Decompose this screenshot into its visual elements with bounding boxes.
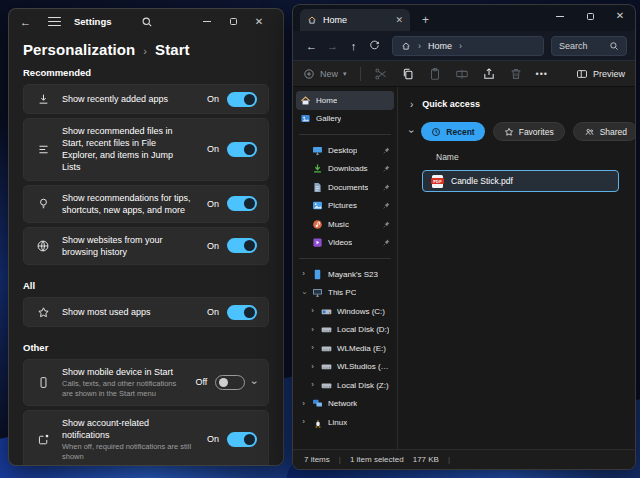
chevron-right-icon[interactable]: ›: [309, 326, 316, 334]
breadcrumb-parent[interactable]: Personalization: [23, 41, 135, 58]
home-icon: [401, 41, 411, 51]
gallery-icon: [300, 113, 311, 124]
toggle-switch[interactable]: [227, 305, 257, 320]
toggle-switch[interactable]: [215, 375, 245, 390]
close-button[interactable]: ✕: [605, 5, 635, 27]
preview-button[interactable]: Preview: [576, 68, 625, 80]
toggle-state-label: On: [207, 94, 219, 104]
search-input[interactable]: [559, 41, 605, 51]
filter-pill-favorites[interactable]: Favorites: [493, 122, 565, 141]
sidebar-item-drive-d[interactable]: › Local Disk (D:): [296, 321, 394, 340]
toggle-state-label: Off: [195, 377, 207, 387]
status-selected-count: 1 item selected: [350, 455, 404, 464]
setting-row-most-used[interactable]: Show most used apps On: [23, 297, 269, 327]
filter-pill-shared[interactable]: Shared: [573, 122, 636, 141]
tab-close-icon[interactable]: ✕: [395, 15, 403, 25]
minimize-button[interactable]: [545, 5, 575, 27]
sidebar-item-this-pc[interactable]: › This PC: [296, 284, 394, 303]
chevron-right-icon[interactable]: ›: [309, 363, 316, 371]
sidebar-item-music[interactable]: Music: [296, 215, 394, 234]
sidebar-item-network[interactable]: › Network: [296, 395, 394, 414]
column-header-name[interactable]: Name: [436, 152, 623, 162]
forward-icon[interactable]: →: [322, 40, 343, 52]
chevron-right-icon[interactable]: ›: [300, 270, 307, 278]
section-label-recommended: Recommended: [23, 67, 269, 78]
star-icon: [35, 304, 51, 320]
setting-row-browsing-history[interactable]: Show websites from your browsing history…: [23, 227, 269, 265]
rename-icon[interactable]: [455, 67, 469, 81]
hamburger-menu-icon[interactable]: [48, 17, 61, 26]
tab-home[interactable]: Home ✕: [300, 9, 410, 31]
close-button[interactable]: ✕: [246, 11, 272, 33]
explorer-tab-bar: Home ✕ + ✕: [293, 5, 635, 31]
cut-icon[interactable]: [374, 67, 388, 81]
toggle-switch[interactable]: [227, 142, 257, 157]
sidebar-item-desktop[interactable]: Desktop: [296, 141, 394, 160]
more-options-button[interactable]: •••: [536, 69, 548, 79]
explorer-nav-bar: ← → ↑ › Home ›: [293, 31, 635, 60]
pin-icon: [383, 184, 390, 191]
delete-icon[interactable]: [509, 67, 523, 81]
filter-pill-recent[interactable]: Recent: [421, 122, 484, 141]
back-icon[interactable]: ←: [301, 40, 322, 52]
sidebar-item-documents[interactable]: Documents: [296, 178, 394, 197]
sidebar-item-linux[interactable]: › Linux: [296, 413, 394, 432]
pin-icon: [383, 239, 390, 246]
chevron-right-icon[interactable]: ›: [410, 99, 413, 110]
breadcrumb-home[interactable]: Home: [428, 41, 452, 51]
refresh-icon[interactable]: [364, 40, 385, 51]
drive-icon: [321, 380, 332, 391]
documents-icon: [312, 182, 323, 193]
chevron-expanded-icon[interactable]: ›: [406, 130, 417, 133]
sidebar-item-drive-f[interactable]: › WLStudios (F:): [296, 358, 394, 377]
sidebar-item-pictures[interactable]: Pictures: [296, 197, 394, 216]
file-name: Candle Stick.pdf: [451, 176, 513, 186]
paste-icon[interactable]: [428, 67, 442, 81]
sidebar-divider: [299, 134, 391, 135]
up-icon[interactable]: ↑: [343, 40, 364, 52]
chevron-right-icon[interactable]: ›: [309, 344, 316, 352]
chevron-right-icon[interactable]: ›: [309, 307, 316, 315]
toggle-switch[interactable]: [227, 432, 257, 447]
new-tab-button[interactable]: +: [422, 14, 429, 26]
maximize-button[interactable]: [575, 5, 605, 27]
copy-icon[interactable]: [401, 67, 415, 81]
toggle-state-label: On: [207, 434, 219, 444]
sidebar-item-drive-z[interactable]: › Local Disk (Z:): [296, 376, 394, 395]
explorer-toolbar: New ▾ ••• Preview: [293, 60, 635, 87]
setting-title: Show most used apps: [62, 306, 194, 318]
chevron-right-icon[interactable]: ›: [300, 400, 307, 408]
search-icon[interactable]: [141, 16, 153, 28]
maximize-button[interactable]: [220, 11, 246, 33]
chevron-expanded-icon[interactable]: ›: [300, 289, 308, 296]
network-icon: [312, 398, 323, 409]
new-button[interactable]: New ▾: [303, 68, 347, 80]
file-row-selected[interactable]: PDF Candle Stick.pdf: [422, 170, 619, 192]
sidebar-item-gallery[interactable]: Gallery: [296, 110, 394, 129]
search-box[interactable]: [551, 36, 627, 56]
sidebar-item-drive-e[interactable]: › WLMedia (E:): [296, 339, 394, 358]
setting-row-account-notifications[interactable]: Show account-related notifications When …: [23, 410, 269, 466]
setting-row-tips-recommendations[interactable]: Show recommendations for tips, shortcuts…: [23, 185, 269, 223]
sidebar-item-phone[interactable]: › Mayank's S23: [296, 265, 394, 284]
share-icon[interactable]: [482, 67, 496, 81]
minimize-button[interactable]: [194, 11, 220, 33]
toggle-switch[interactable]: [227, 238, 257, 253]
toggle-switch[interactable]: [227, 92, 257, 107]
filter-pill-row: › Recent Favorites Shared: [410, 122, 623, 141]
toggle-switch[interactable]: [227, 196, 257, 211]
sidebar-item-downloads[interactable]: Downloads: [296, 160, 394, 179]
sidebar-item-drive-c[interactable]: › Windows (C:): [296, 302, 394, 321]
chevron-right-icon[interactable]: ›: [309, 381, 316, 389]
chevron-down-icon[interactable]: ›: [250, 381, 261, 385]
setting-row-recently-added[interactable]: Show recently added apps On: [23, 84, 269, 114]
sidebar-item-videos[interactable]: Videos: [296, 234, 394, 253]
setting-row-recommended-files[interactable]: Show recommended files in Start, recent …: [23, 118, 269, 181]
chevron-right-icon: ›: [143, 43, 147, 57]
setting-row-mobile-device[interactable]: Show mobile device in Start Calls, texts…: [23, 359, 269, 406]
quick-access-header[interactable]: › Quick access: [410, 95, 623, 113]
address-bar[interactable]: › Home ›: [392, 36, 544, 56]
sidebar-item-home[interactable]: Home: [296, 91, 394, 110]
chevron-right-icon[interactable]: ›: [300, 418, 307, 426]
back-icon[interactable]: ←: [20, 16, 36, 28]
